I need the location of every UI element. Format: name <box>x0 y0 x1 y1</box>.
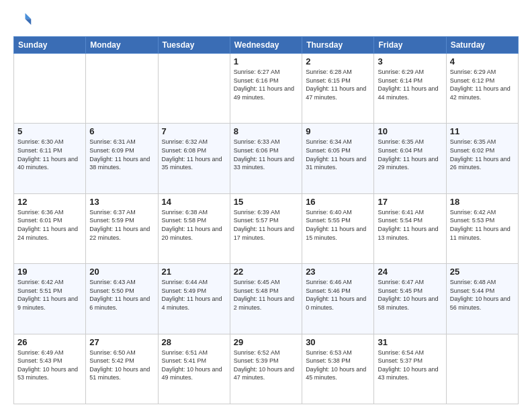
calendar-cell: 12Sunrise: 6:36 AM Sunset: 6:01 PM Dayli… <box>14 193 86 263</box>
calendar-cell: 4Sunrise: 6:29 AM Sunset: 6:12 PM Daylig… <box>446 54 518 124</box>
day-number: 4 <box>450 56 515 66</box>
svg-marker-0 <box>26 13 32 19</box>
day-info: Sunrise: 6:49 AM Sunset: 5:43 PM Dayligh… <box>17 349 82 382</box>
day-info: Sunrise: 6:50 AM Sunset: 5:42 PM Dayligh… <box>89 349 154 382</box>
day-number: 8 <box>234 126 298 136</box>
svg-marker-1 <box>26 19 32 25</box>
calendar-cell: 16Sunrise: 6:40 AM Sunset: 5:55 PM Dayli… <box>302 193 374 263</box>
day-number: 30 <box>306 337 370 347</box>
day-number: 24 <box>378 267 442 277</box>
day-info: Sunrise: 6:35 AM Sunset: 6:02 PM Dayligh… <box>450 138 515 171</box>
day-info: Sunrise: 6:27 AM Sunset: 6:16 PM Dayligh… <box>234 68 298 101</box>
day-info: Sunrise: 6:31 AM Sunset: 6:09 PM Dayligh… <box>89 138 154 171</box>
day-info: Sunrise: 6:48 AM Sunset: 5:44 PM Dayligh… <box>450 278 515 312</box>
day-number: 14 <box>162 197 226 207</box>
calendar-cell: 22Sunrise: 6:45 AM Sunset: 5:48 PM Dayli… <box>230 264 302 334</box>
calendar-week-row: 1Sunrise: 6:27 AM Sunset: 6:16 PM Daylig… <box>14 54 519 124</box>
day-number: 2 <box>306 56 370 66</box>
day-number: 23 <box>306 267 370 277</box>
day-header-friday: Friday <box>374 37 446 54</box>
calendar-cell: 25Sunrise: 6:48 AM Sunset: 5:44 PM Dayli… <box>446 264 518 334</box>
day-number: 9 <box>306 126 370 136</box>
day-number: 15 <box>234 197 298 207</box>
day-info: Sunrise: 6:52 AM Sunset: 5:39 PM Dayligh… <box>234 349 298 382</box>
calendar-cell: 3Sunrise: 6:29 AM Sunset: 6:14 PM Daylig… <box>374 54 446 124</box>
calendar-cell: 9Sunrise: 6:34 AM Sunset: 6:05 PM Daylig… <box>302 124 374 193</box>
day-info: Sunrise: 6:30 AM Sunset: 6:11 PM Dayligh… <box>17 138 82 171</box>
calendar-cell: 21Sunrise: 6:44 AM Sunset: 5:49 PM Dayli… <box>158 264 230 334</box>
calendar-cell <box>14 54 86 124</box>
day-info: Sunrise: 6:53 AM Sunset: 5:38 PM Dayligh… <box>306 349 370 382</box>
calendar-cell: 19Sunrise: 6:42 AM Sunset: 5:51 PM Dayli… <box>14 264 86 334</box>
day-info: Sunrise: 6:46 AM Sunset: 5:46 PM Dayligh… <box>306 278 370 312</box>
calendar-cell: 10Sunrise: 6:35 AM Sunset: 6:04 PM Dayli… <box>374 124 446 193</box>
calendar-week-row: 19Sunrise: 6:42 AM Sunset: 5:51 PM Dayli… <box>14 264 519 334</box>
day-info: Sunrise: 6:42 AM Sunset: 5:53 PM Dayligh… <box>450 208 515 242</box>
logo <box>13 11 35 30</box>
calendar-cell: 13Sunrise: 6:37 AM Sunset: 5:59 PM Dayli… <box>86 193 158 263</box>
calendar-cell: 30Sunrise: 6:53 AM Sunset: 5:38 PM Dayli… <box>302 334 374 404</box>
day-number: 18 <box>450 197 515 207</box>
day-number: 21 <box>162 267 226 277</box>
day-number: 19 <box>17 267 82 277</box>
day-number: 13 <box>89 197 154 207</box>
day-info: Sunrise: 6:38 AM Sunset: 5:58 PM Dayligh… <box>162 208 226 242</box>
calendar-cell: 11Sunrise: 6:35 AM Sunset: 6:02 PM Dayli… <box>446 124 518 193</box>
day-number: 12 <box>17 197 82 207</box>
calendar-week-row: 26Sunrise: 6:49 AM Sunset: 5:43 PM Dayli… <box>14 334 519 404</box>
day-number: 3 <box>378 56 442 66</box>
day-number: 7 <box>162 126 226 136</box>
day-info: Sunrise: 6:37 AM Sunset: 5:59 PM Dayligh… <box>89 208 154 242</box>
calendar-cell: 15Sunrise: 6:39 AM Sunset: 5:57 PM Dayli… <box>230 193 302 263</box>
calendar-cell: 5Sunrise: 6:30 AM Sunset: 6:11 PM Daylig… <box>14 124 86 193</box>
day-header-saturday: Saturday <box>446 37 518 54</box>
day-number: 31 <box>378 337 442 347</box>
calendar-cell <box>158 54 230 124</box>
day-info: Sunrise: 6:54 AM Sunset: 5:37 PM Dayligh… <box>378 349 442 382</box>
day-info: Sunrise: 6:28 AM Sunset: 6:15 PM Dayligh… <box>306 68 370 101</box>
day-header-wednesday: Wednesday <box>230 37 302 54</box>
day-info: Sunrise: 6:39 AM Sunset: 5:57 PM Dayligh… <box>234 208 298 242</box>
day-number: 29 <box>234 337 298 347</box>
page: SundayMondayTuesdayWednesdayThursdayFrid… <box>0 0 532 411</box>
day-number: 6 <box>89 126 154 136</box>
calendar-cell <box>446 334 518 404</box>
day-number: 1 <box>234 56 298 66</box>
calendar-cell <box>86 54 158 124</box>
calendar-cell: 26Sunrise: 6:49 AM Sunset: 5:43 PM Dayli… <box>14 334 86 404</box>
calendar-cell: 28Sunrise: 6:51 AM Sunset: 5:41 PM Dayli… <box>158 334 230 404</box>
day-number: 11 <box>450 126 515 136</box>
day-number: 26 <box>17 337 82 347</box>
day-number: 10 <box>378 126 442 136</box>
logo-icon <box>13 11 32 30</box>
day-number: 16 <box>306 197 370 207</box>
day-info: Sunrise: 6:42 AM Sunset: 5:51 PM Dayligh… <box>17 278 82 312</box>
calendar-week-row: 12Sunrise: 6:36 AM Sunset: 6:01 PM Dayli… <box>14 193 519 263</box>
header <box>13 11 519 30</box>
calendar-cell: 24Sunrise: 6:47 AM Sunset: 5:45 PM Dayli… <box>374 264 446 334</box>
calendar-cell: 23Sunrise: 6:46 AM Sunset: 5:46 PM Dayli… <box>302 264 374 334</box>
day-info: Sunrise: 6:34 AM Sunset: 6:05 PM Dayligh… <box>306 138 370 171</box>
day-number: 27 <box>89 337 154 347</box>
day-number: 22 <box>234 267 298 277</box>
calendar-cell: 27Sunrise: 6:50 AM Sunset: 5:42 PM Dayli… <box>86 334 158 404</box>
calendar-week-row: 5Sunrise: 6:30 AM Sunset: 6:11 PM Daylig… <box>14 124 519 193</box>
calendar-cell: 8Sunrise: 6:33 AM Sunset: 6:06 PM Daylig… <box>230 124 302 193</box>
calendar-cell: 18Sunrise: 6:42 AM Sunset: 5:53 PM Dayli… <box>446 193 518 263</box>
day-info: Sunrise: 6:47 AM Sunset: 5:45 PM Dayligh… <box>378 278 442 312</box>
day-number: 28 <box>162 337 226 347</box>
calendar-cell: 31Sunrise: 6:54 AM Sunset: 5:37 PM Dayli… <box>374 334 446 404</box>
day-info: Sunrise: 6:32 AM Sunset: 6:08 PM Dayligh… <box>162 138 226 171</box>
calendar-cell: 29Sunrise: 6:52 AM Sunset: 5:39 PM Dayli… <box>230 334 302 404</box>
calendar-cell: 7Sunrise: 6:32 AM Sunset: 6:08 PM Daylig… <box>158 124 230 193</box>
calendar-table: SundayMondayTuesdayWednesdayThursdayFrid… <box>13 36 519 404</box>
day-info: Sunrise: 6:51 AM Sunset: 5:41 PM Dayligh… <box>162 349 226 382</box>
calendar-cell: 6Sunrise: 6:31 AM Sunset: 6:09 PM Daylig… <box>86 124 158 193</box>
calendar-cell: 2Sunrise: 6:28 AM Sunset: 6:15 PM Daylig… <box>302 54 374 124</box>
day-info: Sunrise: 6:43 AM Sunset: 5:50 PM Dayligh… <box>89 278 154 312</box>
calendar-cell: 14Sunrise: 6:38 AM Sunset: 5:58 PM Dayli… <box>158 193 230 263</box>
calendar-cell: 1Sunrise: 6:27 AM Sunset: 6:16 PM Daylig… <box>230 54 302 124</box>
day-header-sunday: Sunday <box>14 37 86 54</box>
day-info: Sunrise: 6:29 AM Sunset: 6:14 PM Dayligh… <box>378 68 442 101</box>
day-header-monday: Monday <box>86 37 158 54</box>
